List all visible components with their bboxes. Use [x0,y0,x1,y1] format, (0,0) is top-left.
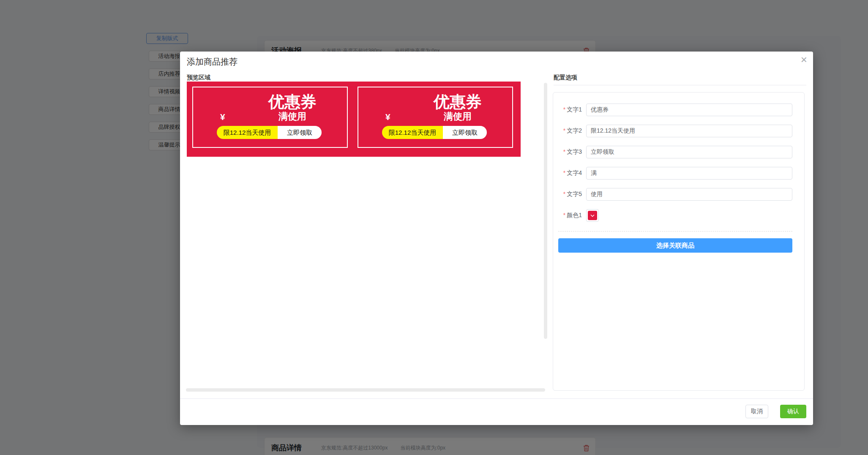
dashed-divider [558,231,792,232]
field-label: 文字1 [567,106,582,113]
text4-input[interactable] [586,167,792,180]
form-row-text3: *文字3 [558,146,792,158]
text2-input[interactable] [586,125,792,137]
coupon-badge-claim: 立即领取 [443,126,487,139]
select-related-products-button[interactable]: 选择关联商品 [558,238,792,253]
coupon-badge: 限12.12当天使用 立即领取 [217,126,322,139]
config-divider [554,85,806,85]
text3-input[interactable] [586,146,792,158]
footer-divider [180,398,813,399]
cancel-button[interactable]: 取消 [745,405,768,418]
close-icon[interactable]: × [801,54,807,65]
form-row-text5: *文字5 [558,188,792,201]
field-label: 文字3 [567,148,582,155]
chevron-down-icon [590,214,595,217]
color-swatch [588,211,597,220]
coupon-badge-condition: 限12.12当天使用 [217,126,278,139]
coupon-subtitle: 满使用 [405,112,510,122]
coupon-badge-condition: 限12.12当天使用 [382,126,443,139]
form-row-text1: *文字1 [558,104,792,116]
required-mark: * [563,106,565,113]
text1-input[interactable] [586,104,792,116]
coupon-subtitle: 满使用 [240,112,345,122]
field-label: 文字5 [567,191,582,197]
coupon-card: ¥ 优惠券 满使用 限12.12当天使用 立即领取 [358,87,513,148]
dialog-add-product-recommendation: 添加商品推荐 × 预览区域 ¥ 优惠券 满使用 限12.12当天使用 立即领取 … [180,52,813,425]
config-form: *文字1 *文字2 *文字3 *文字4 *文字5 *颜色1 [553,92,805,391]
field-label: 颜色1 [567,212,582,218]
coupon-currency-symbol: ¥ [385,112,390,122]
required-mark: * [563,212,565,218]
required-mark: * [563,127,565,134]
horizontal-scrollbar[interactable] [186,388,545,392]
required-mark: * [563,191,565,197]
coupon-badge: 限12.12当天使用 立即领取 [382,126,487,139]
required-mark: * [563,148,565,155]
field-label: 文字2 [567,127,582,134]
vertical-scrollbar[interactable] [544,83,547,339]
form-row-text2: *文字2 [558,125,792,137]
text5-input[interactable] [586,188,792,201]
screen: 活动海报 京东规范:高度不超过380px 当前模块高度为:0px 商品详情 京东… [0,0,868,455]
form-row-text4: *文字4 [558,167,792,180]
form-row-color1: *颜色1 [558,209,792,222]
coupon-currency-symbol: ¥ [220,112,225,122]
config-options-label: 配置选项 [554,74,577,82]
color-picker[interactable] [586,209,599,222]
coupon-text-block: 优惠券 满使用 [240,93,345,122]
coupon-title: 优惠券 [405,93,510,111]
dialog-title: 添加商品推荐 [187,56,237,68]
coupon-text-block: 优惠券 满使用 [405,93,510,122]
confirm-button[interactable]: 确认 [780,405,806,418]
coupon-badge-claim: 立即领取 [278,126,322,139]
required-mark: * [563,169,565,176]
field-label: 文字4 [567,169,582,176]
coupon-title: 优惠券 [240,93,345,111]
preview-area-label: 预览区域 [187,74,210,82]
coupon-card: ¥ 优惠券 满使用 限12.12当天使用 立即领取 [192,87,348,148]
coupon-banner-preview: ¥ 优惠券 满使用 限12.12当天使用 立即领取 ¥ 优惠券 满使用 限12.… [187,82,521,157]
